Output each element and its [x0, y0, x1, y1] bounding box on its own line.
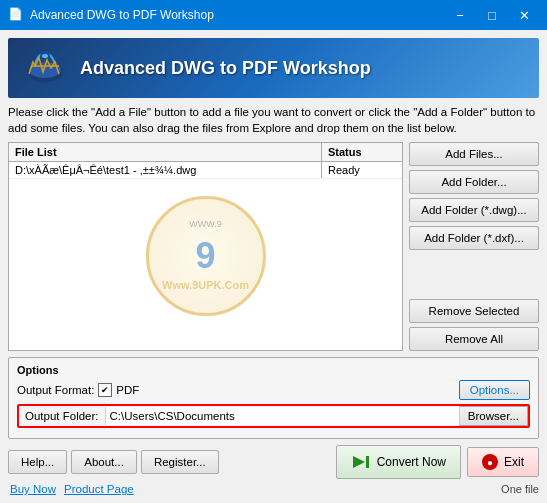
product-page-link[interactable]: Product Page	[64, 483, 134, 495]
help-button[interactable]: Help...	[8, 450, 67, 474]
convert-icon	[351, 452, 371, 472]
options-button[interactable]: Options...	[459, 380, 530, 400]
format-checkbox[interactable]: ✔	[98, 383, 112, 397]
remove-all-button[interactable]: Remove All	[409, 327, 539, 351]
watermark-circle: WWW.9 9 Www.9UPK.Com	[146, 196, 266, 316]
add-folder-dwg-button[interactable]: Add Folder (*.dwg)...	[409, 198, 539, 222]
table-row: D:\xÀÃæ\ÊμÂ¬Êé\test1 - ,±±¾¼.dwg Ready	[9, 162, 402, 179]
add-folder-button[interactable]: Add Folder...	[409, 170, 539, 194]
exit-icon: ●	[482, 454, 498, 470]
format-label: Output Format:	[17, 384, 94, 396]
file-path: D:\xÀÃæ\ÊμÂ¬Êé\test1 - ,±±¾¼.dwg	[9, 162, 322, 178]
remove-selected-button[interactable]: Remove Selected	[409, 299, 539, 323]
convert-label: Convert Now	[377, 455, 446, 469]
bottom-left-buttons: Help... About... Register...	[8, 450, 219, 474]
window-controls: − □ ✕	[445, 4, 539, 26]
file-column-header: File List	[9, 143, 322, 161]
format-selector: Output Format: ✔ PDF	[17, 383, 139, 397]
watermark-top: WWW.9	[189, 219, 222, 229]
exit-label: Exit	[504, 455, 524, 469]
browse-button[interactable]: Browser...	[459, 406, 528, 426]
maximize-button[interactable]: □	[477, 4, 507, 26]
format-value: PDF	[116, 384, 139, 396]
about-button[interactable]: About...	[71, 450, 137, 474]
app-logo	[20, 43, 70, 93]
output-folder-row: Output Folder: Browser...	[17, 404, 530, 428]
folder-label: Output Folder:	[19, 407, 105, 425]
exit-button[interactable]: ● Exit	[467, 447, 539, 477]
register-button[interactable]: Register...	[141, 450, 219, 474]
watermark-logo: 9	[195, 235, 215, 277]
file-status: Ready	[322, 162, 402, 178]
watermark: WWW.9 9 Www.9UPK.Com	[146, 196, 266, 316]
app-icon: 📄	[8, 7, 24, 23]
file-list-body[interactable]: D:\xÀÃæ\ÊμÂ¬Êé\test1 - ,±±¾¼.dwg Ready W…	[9, 162, 402, 350]
svg-marker-5	[353, 456, 365, 468]
app-header: Advanced DWG to PDF Workshop	[8, 38, 539, 98]
options-title: Options	[17, 364, 530, 376]
status-bar: One file	[501, 483, 539, 495]
titlebar-title: Advanced DWG to PDF Workshop	[30, 8, 445, 22]
window-body: Advanced DWG to PDF Workshop Please clic…	[0, 30, 547, 503]
instructions-text: Please click the "Add a File" button to …	[8, 104, 539, 136]
folder-input[interactable]	[105, 407, 459, 425]
watermark-main: Www.9UPK.Com	[162, 279, 249, 291]
bottom-bar: Help... About... Register... Convert Now…	[8, 445, 539, 479]
content-area: File List Status D:\xÀÃæ\ÊμÂ¬Êé\test1 - …	[8, 142, 539, 351]
file-list-panel: File List Status D:\xÀÃæ\ÊμÂ¬Êé\test1 - …	[8, 142, 403, 351]
file-list-header: File List Status	[9, 143, 402, 162]
options-section: Options Output Format: ✔ PDF Options... …	[8, 357, 539, 439]
svg-point-3	[42, 54, 48, 58]
svg-rect-6	[366, 456, 369, 468]
add-files-button[interactable]: Add Files...	[409, 142, 539, 166]
buy-now-link[interactable]: Buy Now	[10, 483, 56, 495]
minimize-button[interactable]: −	[445, 4, 475, 26]
titlebar: 📄 Advanced DWG to PDF Workshop − □ ✕	[0, 0, 547, 30]
format-row: Output Format: ✔ PDF Options...	[17, 380, 530, 400]
status-column-header: Status	[322, 143, 402, 161]
right-button-panel: Add Files... Add Folder... Add Folder (*…	[409, 142, 539, 351]
add-folder-dxf-button[interactable]: Add Folder (*.dxf)...	[409, 226, 539, 250]
close-button[interactable]: ✕	[509, 4, 539, 26]
convert-button[interactable]: Convert Now	[336, 445, 461, 479]
header-title: Advanced DWG to PDF Workshop	[80, 58, 371, 79]
links-row: Buy Now Product Page	[8, 483, 134, 495]
